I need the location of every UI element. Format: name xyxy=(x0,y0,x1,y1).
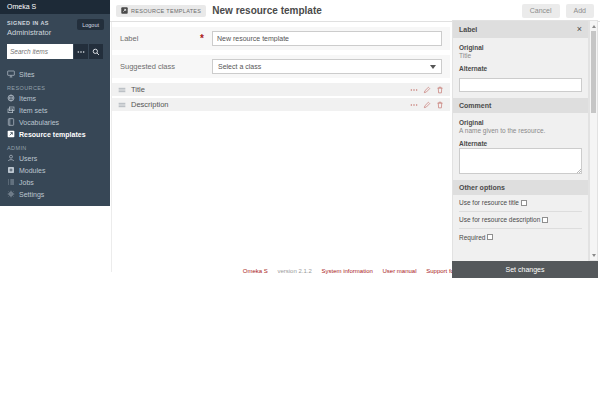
comment-section: Original A name given to the resource. A… xyxy=(453,113,588,180)
drag-handle-icon[interactable] xyxy=(118,86,126,94)
comment-section-header: Comment xyxy=(453,98,588,113)
nav-heading-resources: RESOURCES xyxy=(0,80,110,92)
label-input[interactable] xyxy=(212,31,442,46)
alternate-label: Alternate xyxy=(459,65,582,72)
cancel-button[interactable]: Cancel xyxy=(522,4,560,18)
alternate-comment-textarea[interactable] xyxy=(459,148,582,174)
drag-handle-icon[interactable] xyxy=(118,101,126,109)
scroll-up-icon[interactable] xyxy=(590,22,597,30)
footer-system-info-link[interactable]: System information xyxy=(321,268,372,274)
label-field-row: Label * xyxy=(112,27,450,50)
sidebar: Omeka S SIGNED IN AS Administrator Logou… xyxy=(0,0,110,206)
sidebar-item-items[interactable]: Items xyxy=(0,92,110,104)
sidebar-search xyxy=(7,44,103,59)
panel-title: Label xyxy=(459,26,577,33)
logout-button[interactable]: Logout xyxy=(77,19,104,30)
original-label: Original xyxy=(459,119,582,126)
sidebar-item-label: Resource templates xyxy=(19,131,86,138)
desktop-icon xyxy=(7,70,15,78)
search-icon xyxy=(92,48,100,56)
sidebar-item-label: Settings xyxy=(19,191,44,198)
search-input[interactable] xyxy=(7,44,73,59)
footer-omeka-link[interactable]: Omeka S xyxy=(243,268,268,274)
page-header: RESOURCE TEMPLATES New resource template… xyxy=(110,0,600,22)
advanced-search-button[interactable] xyxy=(74,44,88,59)
sidebar-item-item-sets[interactable]: Item sets xyxy=(0,104,110,116)
resource-template-form: Label * Suggested class Select a class T… xyxy=(112,22,450,113)
gears-icon xyxy=(7,190,15,198)
sidebar-item-users[interactable]: Users xyxy=(0,152,110,164)
omeka-admin-page: Omeka S SIGNED IN AS Administrator Logou… xyxy=(0,0,600,400)
scroll-down-icon[interactable] xyxy=(590,251,597,259)
add-button[interactable]: Add xyxy=(566,4,594,18)
option-required: Required xyxy=(459,229,582,246)
original-comment: A name given to the resource. xyxy=(459,127,582,134)
sidebar-item-label: Users xyxy=(19,155,37,162)
edit-pencil-icon[interactable] xyxy=(423,101,431,109)
panel-scrollbar[interactable] xyxy=(589,20,598,261)
class-select-value: Select a class xyxy=(218,63,261,70)
alternate-label: Alternate xyxy=(459,140,582,147)
property-name: Description xyxy=(131,100,169,109)
option-label: Use for resource title xyxy=(459,199,519,206)
delete-trash-icon[interactable] xyxy=(436,101,444,109)
page-title: New resource template xyxy=(212,5,322,16)
template-icon xyxy=(7,130,15,138)
ellipsis-icon xyxy=(77,48,85,56)
option-use-for-title: Use for resource title xyxy=(459,195,582,212)
template-icon xyxy=(121,7,128,14)
footer-user-manual-link[interactable]: User manual xyxy=(383,268,417,274)
class-field-row: Suggested class Select a class xyxy=(112,55,450,78)
property-name: Title xyxy=(131,85,145,94)
user-block: SIGNED IN AS Administrator Logout xyxy=(0,14,110,41)
sidebar-item-resource-templates[interactable]: Resource templates xyxy=(0,128,110,140)
sidebar-item-label: Jobs xyxy=(19,179,34,186)
required-checkbox[interactable] xyxy=(487,234,493,240)
nav-heading-admin: ADMIN xyxy=(0,140,110,152)
property-list: Title Description xyxy=(112,83,450,111)
sidebar-item-jobs[interactable]: Jobs xyxy=(0,176,110,188)
chevron-down-icon xyxy=(430,65,436,69)
use-for-title-checkbox[interactable] xyxy=(521,200,527,206)
sidebar-item-vocabularies[interactable]: Vocabularies xyxy=(0,116,110,128)
sidebar-item-settings[interactable]: Settings xyxy=(0,188,110,200)
property-row-title: Title xyxy=(112,83,450,96)
ellipsis-icon[interactable] xyxy=(410,101,418,109)
sidebar-item-modules[interactable]: Modules xyxy=(0,164,110,176)
search-button[interactable] xyxy=(89,44,103,59)
panel-header: Label × xyxy=(453,21,588,38)
plus-box-icon xyxy=(7,166,15,174)
option-use-for-description: Use for resource description xyxy=(459,212,582,229)
app-title[interactable]: Omeka S xyxy=(0,0,110,14)
delete-trash-icon[interactable] xyxy=(436,86,444,94)
panel-content: Label × Original Title Alternate Comment… xyxy=(452,20,589,261)
edit-pencil-icon[interactable] xyxy=(423,86,431,94)
book-icon xyxy=(7,118,15,126)
close-icon[interactable]: × xyxy=(577,25,582,34)
other-options-header: Other options xyxy=(453,180,588,195)
breadcrumb-label: RESOURCE TEMPLATES xyxy=(131,8,201,14)
user-icon xyxy=(7,154,15,162)
sidebar-item-sites[interactable]: Sites xyxy=(0,68,110,80)
sidebar-item-label: Modules xyxy=(19,167,45,174)
property-row-description: Description xyxy=(112,98,450,111)
sidebar-item-label: Vocabularies xyxy=(19,119,59,126)
use-for-description-checkbox[interactable] xyxy=(542,217,548,223)
alternate-label-input[interactable] xyxy=(459,78,582,92)
label-section: Original Title Alternate xyxy=(453,38,588,98)
class-select[interactable]: Select a class xyxy=(212,59,442,74)
scrollbar-thumb[interactable] xyxy=(591,31,596,113)
breadcrumb[interactable]: RESOURCE TEMPLATES xyxy=(116,5,206,17)
footer-version: version 2.1.2 xyxy=(277,268,311,274)
edit-property-panel: Label × Original Title Alternate Comment… xyxy=(452,20,598,278)
ellipsis-icon[interactable] xyxy=(410,86,418,94)
set-changes-button[interactable]: Set changes xyxy=(452,261,598,278)
sidebar-item-label: Sites xyxy=(19,71,35,78)
label-field-label: Label xyxy=(120,34,200,43)
list-icon xyxy=(7,178,15,186)
original-value: Title xyxy=(459,52,582,59)
original-label: Original xyxy=(459,44,582,51)
globe-icon xyxy=(7,94,15,102)
images-icon xyxy=(7,106,15,114)
sidebar-item-label: Items xyxy=(19,95,36,102)
